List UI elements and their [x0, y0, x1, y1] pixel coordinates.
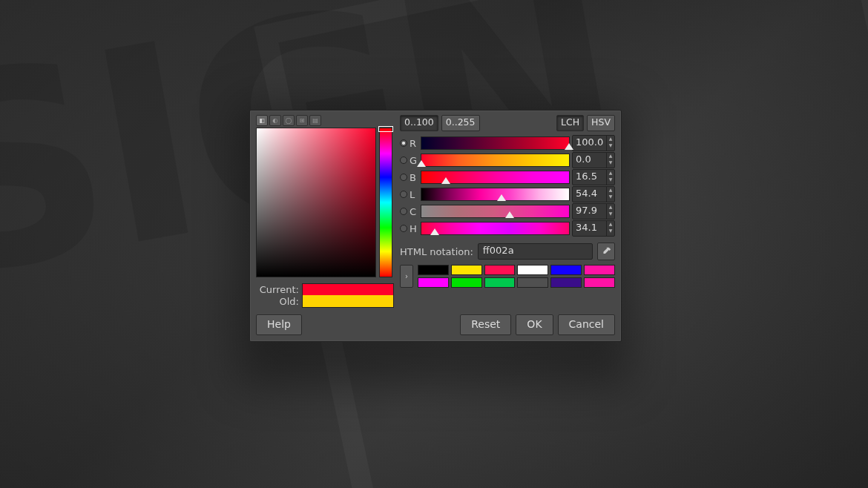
channel-l-spinner[interactable]: 54.4▲▼ — [572, 186, 615, 202]
saturation-value-field[interactable] — [256, 128, 376, 277]
spin-down-icon[interactable]: ▼ — [607, 228, 614, 234]
channel-c-spinner[interactable]: 97.9▲▼ — [572, 203, 615, 220]
channel-c-slider[interactable] — [421, 205, 570, 218]
channel-row-r: R100.0▲▼ — [400, 136, 615, 151]
hue-slider-marker[interactable] — [378, 126, 393, 132]
channel-row-h: H34.1▲▼ — [400, 221, 615, 236]
history-swatch-9[interactable] — [517, 277, 548, 288]
spin-down-icon[interactable]: ▼ — [607, 211, 614, 217]
model-hsv-button[interactable]: HSV — [587, 115, 615, 131]
channel-row-c: C97.9▲▼ — [400, 204, 615, 219]
channel-h-radio[interactable] — [400, 225, 407, 232]
model-lch-button[interactable]: LCH — [556, 115, 584, 131]
channel-row-b: B16.5▲▼ — [400, 170, 615, 185]
channel-l-marker[interactable] — [497, 194, 506, 201]
channel-h-slider[interactable] — [421, 222, 570, 235]
channel-b-label: B — [410, 172, 418, 183]
spinner-arrows: ▲▼ — [606, 204, 614, 219]
channel-r-radio[interactable] — [400, 139, 407, 147]
channel-l-slider[interactable] — [421, 188, 570, 201]
history-swatch-6[interactable] — [418, 277, 449, 288]
picker-tab-wheel-icon[interactable]: ◯ — [283, 115, 295, 126]
reset-button[interactable]: Reset — [460, 314, 511, 335]
channel-l-radio[interactable] — [400, 191, 407, 198]
html-notation-label: HTML notation: — [400, 246, 473, 257]
ok-button[interactable]: OK — [516, 314, 553, 335]
old-color-label: Old: — [256, 296, 299, 307]
channel-c-marker[interactable] — [505, 211, 514, 218]
channel-g-spinner[interactable]: 0.0▲▼ — [572, 152, 615, 168]
spin-down-icon[interactable]: ▼ — [607, 159, 614, 166]
channel-r-value: 100.0 — [573, 136, 606, 151]
eyedropper-icon — [602, 247, 611, 257]
channel-g-slider[interactable] — [421, 154, 570, 167]
scale-0-100-button[interactable]: 0..100 — [400, 115, 438, 131]
channel-c-value: 97.9 — [573, 204, 606, 219]
channel-row-g: G0.0▲▼ — [400, 153, 615, 168]
channel-h-value: 34.1 — [573, 221, 606, 236]
spin-up-icon[interactable]: ▲ — [607, 221, 614, 228]
picker-mode-tabs: ◧ ◐ ◯ ⊞ ▤ — [256, 115, 394, 126]
picker-tab-watercolor-icon[interactable]: ◐ — [269, 115, 281, 126]
channel-row-l: L54.4▲▼ — [400, 187, 615, 202]
channel-g-marker[interactable] — [417, 160, 426, 167]
eyedropper-button[interactable] — [597, 243, 615, 260]
history-swatch-8[interactable] — [484, 277, 516, 288]
current-old-swatches: Current: Old: — [256, 283, 394, 307]
history-swatch-3[interactable] — [517, 265, 548, 275]
html-notation-input[interactable]: ff002a — [478, 243, 593, 260]
channel-r-spinner[interactable]: 100.0▲▼ — [572, 135, 615, 151]
spin-down-icon[interactable]: ▼ — [607, 177, 614, 183]
spin-up-icon[interactable]: ▲ — [607, 187, 614, 194]
picker-tab-palette-icon[interactable]: ⊞ — [296, 115, 308, 126]
dialog-footer: Help Reset OK Cancel — [250, 307, 621, 341]
old-color-swatch[interactable] — [302, 295, 394, 308]
channel-b-slider[interactable] — [421, 171, 570, 184]
cancel-button[interactable]: Cancel — [558, 314, 615, 335]
channel-g-radio[interactable] — [400, 156, 407, 164]
channel-c-radio[interactable] — [400, 208, 407, 215]
spinner-arrows: ▲▼ — [606, 187, 614, 202]
hue-slider[interactable] — [379, 128, 392, 277]
scale-0-255-button[interactable]: 0..255 — [441, 115, 480, 131]
channel-h-marker[interactable] — [430, 228, 439, 235]
channel-h-spinner[interactable]: 34.1▲▼ — [572, 220, 615, 237]
color-history-swatches — [418, 265, 615, 288]
channel-c-label: C — [410, 206, 418, 217]
channel-b-spinner[interactable]: 16.5▲▼ — [572, 169, 615, 185]
spin-up-icon[interactable]: ▲ — [607, 204, 614, 211]
spin-up-icon[interactable]: ▲ — [607, 170, 614, 177]
color-picker-dialog: ◧ ◐ ◯ ⊞ ▤ Current: Old: — [249, 110, 622, 342]
current-color-swatch[interactable] — [302, 283, 394, 296]
spinner-arrows: ▲▼ — [606, 170, 614, 185]
channel-l-value: 54.4 — [573, 187, 606, 202]
channel-b-marker[interactable] — [441, 177, 450, 184]
channel-r-slider[interactable] — [421, 136, 570, 150]
spin-up-icon[interactable]: ▲ — [607, 136, 614, 142]
spinner-arrows: ▲▼ — [606, 153, 614, 168]
picker-tab-scales-icon[interactable]: ▤ — [309, 115, 321, 126]
history-swatch-4[interactable] — [550, 265, 582, 275]
expand-history-button[interactable]: › — [400, 265, 413, 288]
picker-area-row — [256, 128, 394, 277]
history-swatch-0[interactable] — [418, 265, 449, 275]
spin-up-icon[interactable]: ▲ — [607, 153, 614, 159]
history-swatch-2[interactable] — [484, 265, 516, 275]
help-button[interactable]: Help — [256, 314, 302, 335]
history-swatch-5[interactable] — [584, 265, 615, 275]
picker-left-column: ◧ ◐ ◯ ⊞ ▤ Current: Old: — [256, 115, 394, 307]
html-notation-row: HTML notation: ff002a — [400, 243, 615, 260]
spin-down-icon[interactable]: ▼ — [607, 142, 614, 149]
picker-tab-gimp-icon[interactable]: ◧ — [256, 115, 268, 126]
history-swatch-1[interactable] — [451, 265, 482, 275]
channel-b-radio[interactable] — [400, 174, 407, 181]
channel-l-label: L — [410, 189, 418, 200]
history-swatch-11[interactable] — [584, 277, 615, 288]
history-swatch-10[interactable] — [550, 277, 582, 288]
spin-down-icon[interactable]: ▼ — [607, 194, 614, 200]
channel-h-label: H — [410, 223, 418, 234]
history-swatch-7[interactable] — [451, 277, 482, 288]
chevron-right-icon: › — [405, 272, 408, 280]
picker-right-column: 0..100 0..255 LCH HSV R100.0▲▼G0.0▲▼B16.… — [400, 115, 615, 307]
channel-r-marker[interactable] — [565, 143, 573, 150]
